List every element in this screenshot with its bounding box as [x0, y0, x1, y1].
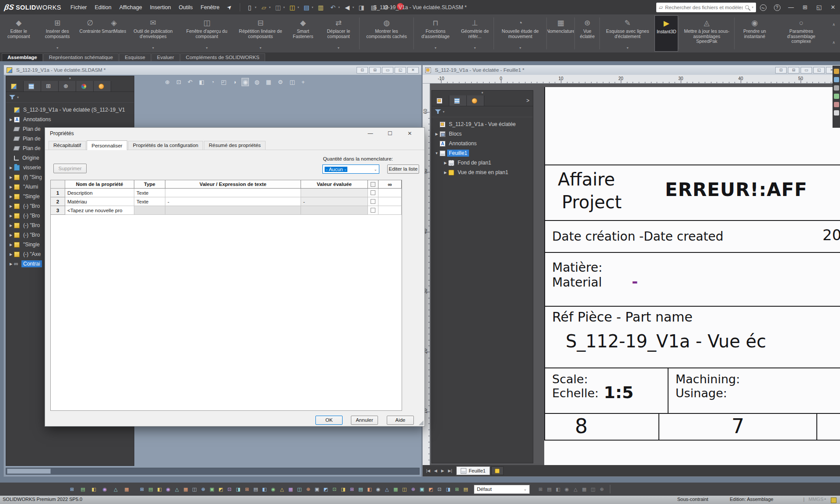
custom-tab[interactable] — [467, 95, 484, 106]
dropdown-caret-icon[interactable]: ▾ — [284, 6, 285, 9]
drawing-tree-tab[interactable] — [432, 95, 449, 106]
ribbon-button-inserer-des-composants[interactable]: ⊞Insérer des composants▼ — [36, 15, 78, 52]
custom-tab[interactable] — [94, 81, 111, 91]
ribbon-button-repetition-lineaire-de-composants[interactable]: ⊟Répétition linéaire de composants▼ — [233, 15, 287, 52]
ribbon-button-parametres-d-assemblage-complexe[interactable]: ○Paramètres d'assemblage complexe — [774, 15, 828, 52]
save-as-icon[interactable]: ◫ — [273, 4, 283, 11]
tree-item-feuille1[interactable]: ▼Feuille1 — [432, 148, 533, 158]
table-row[interactable]: 1DescriptionTexte — [51, 189, 402, 197]
filter-dropdown-icon[interactable]: ▾ — [443, 110, 444, 114]
tool-icon[interactable]: ⊞ — [453, 485, 461, 493]
open-icon[interactable]: ▱ — [259, 4, 269, 11]
table-row[interactable]: 2MatériauTexte-- — [51, 197, 402, 206]
tool-icon[interactable]: △ — [173, 485, 181, 493]
tool-icon[interactable]: ⊕ — [304, 485, 312, 493]
expand-arrow-icon[interactable]: ▶ — [8, 204, 14, 208]
chevron-down-icon[interactable]: ▼ — [259, 46, 262, 52]
tool-icon[interactable]: ◩ — [322, 485, 330, 493]
ribbon-button-editer-le-composant[interactable]: ◆Editer le composant — [1, 15, 36, 52]
tool-icon[interactable]: ⊕ — [409, 485, 417, 493]
tool-icon[interactable]: ▦ — [122, 485, 131, 493]
add-sheet-button[interactable] — [491, 466, 504, 475]
dialog-maximize-button[interactable]: ☐ — [380, 130, 400, 136]
ribbon-button-montrer-les-composants-caches[interactable]: ◍Montrer les composants cachés — [360, 15, 413, 52]
dropdown-caret-icon[interactable]: ▾ — [353, 6, 354, 9]
appearances-icon[interactable] — [834, 102, 839, 107]
chevron-down-icon[interactable]: ▼ — [205, 46, 208, 52]
panel-drag-handle[interactable]: ● — [432, 91, 533, 95]
tool-icon[interactable]: ◨ — [444, 485, 452, 493]
tool-icon[interactable]: ◉ — [269, 485, 277, 493]
menu-affichage[interactable]: Affichage — [116, 3, 146, 12]
displaymanager-tab[interactable] — [76, 81, 94, 91]
checkbox-icon[interactable] — [371, 208, 375, 213]
tool-icon[interactable]: ◨ — [234, 485, 242, 493]
tool-icon[interactable]: ◫ — [295, 485, 304, 493]
expand-arrow-icon[interactable]: ▶ — [8, 252, 14, 256]
propertymanager-tab[interactable] — [24, 81, 41, 91]
tool-icon[interactable]: ▤ — [462, 485, 470, 493]
property-value-cell[interactable] — [165, 206, 301, 215]
tool-icon[interactable]: ◧ — [155, 485, 164, 493]
tree-item-annotations[interactable]: ▶Annotations — [6, 115, 134, 124]
dialog-tab-proprietes-de-la-configuration[interactable]: Propriétés de la configuration — [128, 141, 203, 150]
tree-filter-bar[interactable]: ▾ — [6, 92, 134, 103]
drawing-restore-button[interactable]: ▭ — [801, 67, 812, 74]
file-explorer-icon[interactable] — [834, 85, 839, 91]
tool-icon[interactable]: ◉ — [563, 485, 571, 493]
tool-icon[interactable]: ⊡ — [225, 485, 234, 493]
property-link-cell[interactable] — [378, 189, 402, 197]
ribbon-button-prendre-un-instantane[interactable]: ◉Prendre un instantané — [735, 15, 774, 52]
tool-icon[interactable]: ◩ — [427, 485, 435, 493]
search-input[interactable] — [665, 5, 743, 10]
dimxpertmanager-tab[interactable] — [59, 81, 76, 91]
ribbon-collapse-control[interactable]: ∧∧ — [828, 15, 839, 52]
ribbon-button-fonctions-d-assemblage[interactable]: ⊓Fonctions d'assemblage▼ — [414, 15, 456, 52]
new-document-icon[interactable]: ▯ — [245, 4, 255, 11]
property-checkbox-cell[interactable] — [368, 197, 378, 206]
tool-icon[interactable]: ▣ — [418, 485, 426, 493]
expand-arrow-icon[interactable]: ▶ — [8, 185, 14, 189]
tree-filter-bar[interactable]: ▾ — [432, 106, 533, 117]
search-dropdown-icon[interactable]: ▾ — [752, 6, 753, 9]
ribbon-button-geometrie-de-refer[interactable]: ⊥Géométrie de référ...▼ — [456, 15, 493, 52]
menu-fichier[interactable]: Fichier — [66, 3, 91, 12]
tool-icon[interactable]: ◧ — [260, 485, 269, 493]
assembly-minimize-button[interactable]: ⊟ — [369, 67, 381, 74]
dropdown-caret-icon[interactable]: ▾ — [391, 6, 393, 9]
panel-drag-handle[interactable]: ● — [6, 76, 134, 81]
assembly-window-title-bar[interactable]: S_112-19_V1a - Vue éclatée.SLDASM * ⊡⊟▭◱… — [4, 65, 421, 75]
tree-item-s-112-19-v1a-vue-eclatee[interactable]: S_112-19_V1a - Vue éclatée — [432, 119, 533, 129]
expand-arrow-icon[interactable]: ▶ — [442, 161, 448, 165]
first-sheet-button[interactable]: |◀ — [425, 468, 431, 474]
tool-icon[interactable]: ▤ — [79, 485, 87, 493]
checkbox-icon[interactable] — [371, 199, 375, 204]
property-link-cell[interactable] — [378, 206, 402, 215]
tool-icon[interactable]: ◧ — [365, 485, 374, 493]
ribbon-button-nomenclature[interactable]: ▦Nomenclature — [547, 15, 574, 52]
drawing-maximize-button[interactable]: ◱ — [813, 67, 825, 74]
tree-item-vue-de-mise-en-plan1[interactable]: ▶Vue de mise en plan1 — [432, 168, 533, 177]
chevron-down-icon[interactable]: ▼ — [519, 46, 522, 52]
property-type-cell[interactable]: Texte — [134, 197, 165, 206]
ribbon-button-nouvelle-etude-de-mouvement[interactable]: ◔Nouvelle étude de mouvement▼ — [494, 15, 546, 52]
dropdown-caret-icon[interactable]: ▾ — [312, 6, 314, 9]
options-icon[interactable]: + — [301, 78, 306, 86]
tool-icon[interactable]: ◫ — [190, 485, 199, 493]
assembly-dock-button[interactable]: ⊡ — [357, 67, 368, 74]
ribbon-button-instant3d[interactable]: ▶Instant3D — [654, 15, 678, 52]
zoom-fit-icon[interactable]: ⊕ — [164, 78, 171, 86]
dialog-tab-resume-des-proprietes[interactable]: Résumé des propriétés — [204, 141, 266, 150]
chevron-up-icon[interactable]: ▴ — [824, 497, 826, 500]
drawing-window-title-bar[interactable]: S_112-19_V1a - Vue éclatée - Feuille1 * … — [423, 65, 840, 75]
horizontal-scrollbar[interactable] — [6, 468, 420, 475]
select-arrow-icon[interactable]: ◀ — [343, 4, 352, 11]
tool-icon[interactable]: △ — [278, 485, 286, 493]
tool-icon[interactable]: ▦ — [182, 485, 190, 493]
print-preview-icon[interactable]: ▥ — [316, 4, 326, 11]
chevron-down-icon[interactable]: ▼ — [626, 46, 629, 52]
last-sheet-button[interactable]: ▶| — [447, 468, 453, 474]
expand-arrow-icon[interactable]: ▼ — [434, 151, 440, 155]
drawing-dock-button[interactable]: ⊡ — [775, 67, 787, 74]
chevron-down-icon[interactable]: ▼ — [434, 46, 437, 52]
